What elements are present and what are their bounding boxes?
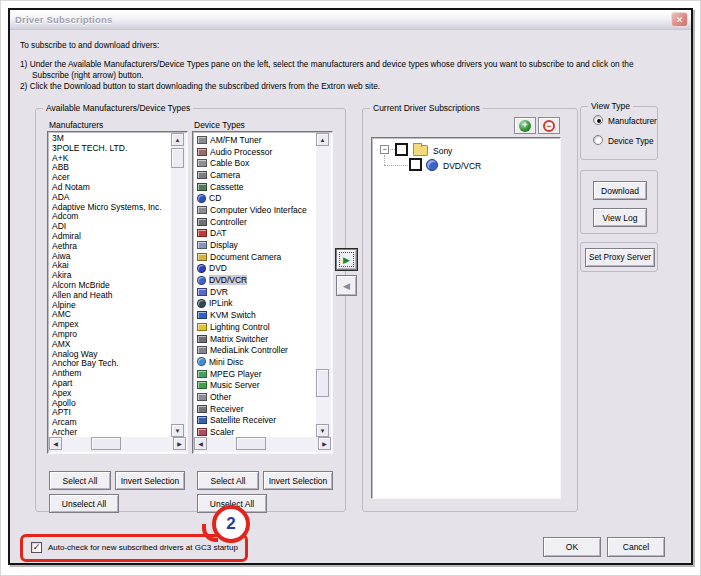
screenshot-canvas: Driver Subscriptions ✕ To subscribe to a… xyxy=(0,0,701,576)
device-type-label: IPLink xyxy=(209,298,233,308)
scroll-right-icon[interactable]: ▶ xyxy=(318,437,331,450)
device-type-label: Controller xyxy=(210,217,247,227)
device-type-item[interactable]: Other xyxy=(195,391,315,403)
device-type-item[interactable]: Scaler xyxy=(195,426,315,436)
manufacturers-label: Manufacturers xyxy=(49,120,103,130)
scroll-up-icon[interactable]: ▲ xyxy=(171,133,184,146)
ok-button[interactable]: OK xyxy=(543,537,601,557)
device-type-item[interactable]: Display xyxy=(195,239,315,251)
device-type-item[interactable]: Cable Box xyxy=(195,157,315,169)
device-type-item[interactable]: MediaLink Controller xyxy=(195,344,315,356)
download-button[interactable]: Download xyxy=(593,181,647,200)
device-type-item[interactable]: Receiver xyxy=(195,403,315,415)
manufacturer-item[interactable]: Archer xyxy=(50,428,170,436)
device-type-item[interactable]: DVR xyxy=(195,286,315,298)
instructions-step2: 2) Click the Download button to start do… xyxy=(20,81,380,91)
device-types-list: AM/FM Tuner Audio Processor Cable Box xyxy=(195,134,315,436)
device-types-invert-selection-button[interactable]: Invert Selection xyxy=(263,471,333,490)
manufacturers-list: 3M3POLE TECH. LTD.A+KABBAcerAd NotamADAA… xyxy=(50,134,170,436)
sony-checkbox[interactable] xyxy=(395,143,408,156)
cancel-button[interactable]: Cancel xyxy=(607,537,665,557)
available-group: Available Manufacturers/Device Types Man… xyxy=(35,108,346,512)
scroll-down-icon[interactable]: ▼ xyxy=(171,424,184,437)
device-type-label: Camera xyxy=(210,170,240,180)
device-type-item[interactable]: Audio Processor xyxy=(195,146,315,158)
manufacturer-item[interactable]: Adcom xyxy=(50,212,170,222)
tree-child-label[interactable]: DVD/VCR xyxy=(443,161,481,171)
remove-subscription-button[interactable]: − xyxy=(538,117,560,134)
scroll-left-icon[interactable]: ◀ xyxy=(49,437,62,450)
device-type-item[interactable]: Music Server xyxy=(195,379,315,391)
unsubscribe-left-arrow-icon: ◀ xyxy=(343,281,350,291)
manufacturer-item[interactable]: 3POLE TECH. LTD. xyxy=(50,144,170,154)
device-type-item[interactable]: CD xyxy=(195,192,315,204)
view-type-group: View Type Manufacturer Device Type xyxy=(580,106,658,160)
scroll-up-icon[interactable]: ▲ xyxy=(316,133,329,146)
radio-button-icon[interactable] xyxy=(593,135,603,145)
device-type-item[interactable]: Cassette xyxy=(195,181,315,193)
dvd-vcr-icon xyxy=(426,159,438,171)
device-type-item[interactable]: Satellite Receiver xyxy=(195,415,315,427)
device-type-label: DAT xyxy=(210,228,226,238)
title-bar[interactable]: Driver Subscriptions ✕ xyxy=(10,10,691,30)
add-subscription-button[interactable]: + xyxy=(514,117,536,134)
tree-expander-icon[interactable]: − xyxy=(380,145,389,154)
device-type-icon xyxy=(197,159,207,167)
manufacturers-hscroll-thumb[interactable] xyxy=(91,437,121,450)
device-type-item[interactable]: Mini Disc xyxy=(195,356,315,368)
device-type-item[interactable]: AM/FM Tuner xyxy=(195,134,315,146)
manufacturers-hscrollbar[interactable]: ◀ ▶ xyxy=(49,437,186,452)
set-proxy-server-button[interactable]: Set Proxy Server xyxy=(585,248,655,267)
subscriptions-group-title: Current Driver Subscriptions xyxy=(370,103,483,113)
device-type-item[interactable]: Lighting Control xyxy=(195,321,315,333)
device-type-label: Receiver xyxy=(210,404,244,414)
device-type-icon xyxy=(197,241,207,249)
subscribe-button[interactable]: ▶ xyxy=(336,249,357,270)
subscribe-right-arrow-icon: ▶ xyxy=(343,255,350,265)
manufacturers-unselect-all-button[interactable]: Unselect All xyxy=(49,494,119,513)
subscriptions-tree[interactable]: − Sony DVD/VCR xyxy=(371,137,561,499)
radio-button-icon[interactable] xyxy=(593,115,603,125)
manufacturers-invert-selection-button[interactable]: Invert Selection xyxy=(115,471,185,490)
device-types-vscrollbar[interactable]: ▲ ▼ xyxy=(316,133,331,437)
view-log-button[interactable]: View Log xyxy=(593,208,647,227)
download-group: Download View Log xyxy=(580,170,658,234)
scroll-left-icon[interactable]: ◀ xyxy=(194,437,207,450)
view-type-option-label: Device Type xyxy=(608,136,654,146)
view-type-option[interactable]: Manufacturer xyxy=(593,115,657,127)
device-type-item[interactable]: Camera xyxy=(195,169,315,181)
device-type-item[interactable]: Matrix Switcher xyxy=(195,333,315,345)
device-type-label: CD xyxy=(209,193,221,203)
device-type-item[interactable]: IPLink xyxy=(195,298,315,310)
device-types-hscrollbar[interactable]: ◀ ▶ xyxy=(194,437,331,452)
subscriptions-group: Current Driver Subscriptions + − − Sony … xyxy=(362,108,578,512)
scroll-down-icon[interactable]: ▼ xyxy=(316,424,329,437)
manufacturers-vscrollbar[interactable]: ▲ ▼ xyxy=(171,133,186,437)
unsubscribe-button[interactable]: ◀ xyxy=(336,275,357,296)
device-type-item[interactable]: DVD/VCR xyxy=(195,274,315,286)
tree-parent-label[interactable]: Sony xyxy=(433,146,452,156)
device-type-item[interactable]: Computer Video Interface xyxy=(195,204,315,216)
dvd-vcr-checkbox[interactable] xyxy=(409,158,422,171)
add-icon: + xyxy=(519,120,531,132)
view-type-option-label: Manufacturer xyxy=(608,116,657,126)
device-types-vscroll-thumb[interactable] xyxy=(316,369,329,397)
device-type-item[interactable]: DVD xyxy=(195,263,315,275)
manufacturers-vscroll-thumb[interactable] xyxy=(171,148,184,168)
device-types-listbox[interactable]: AM/FM Tuner Audio Processor Cable Box xyxy=(192,131,333,454)
device-type-icon xyxy=(197,299,206,308)
scroll-right-icon[interactable]: ▶ xyxy=(173,437,186,450)
device-types-hscroll-thumb[interactable] xyxy=(236,437,266,450)
device-types-select-all-button[interactable]: Select All xyxy=(197,471,259,490)
close-icon[interactable]: ✕ xyxy=(671,12,688,27)
manufacturers-listbox[interactable]: 3M3POLE TECH. LTD.A+KABBAcerAd NotamADAA… xyxy=(47,131,188,454)
device-type-item[interactable]: DAT xyxy=(195,228,315,240)
manufacturers-select-all-button[interactable]: Select All xyxy=(49,471,111,490)
device-type-item[interactable]: Document Camera xyxy=(195,251,315,263)
instructions-step1-line1: 1) Under the Available Manufacturers/Dev… xyxy=(20,59,634,69)
device-type-item[interactable]: Controller xyxy=(195,216,315,228)
device-type-item[interactable]: MPEG Player xyxy=(195,368,315,380)
device-type-item[interactable]: KVM Switch xyxy=(195,309,315,321)
view-type-option[interactable]: Device Type xyxy=(593,135,657,147)
view-type-group-title: View Type xyxy=(588,101,633,111)
